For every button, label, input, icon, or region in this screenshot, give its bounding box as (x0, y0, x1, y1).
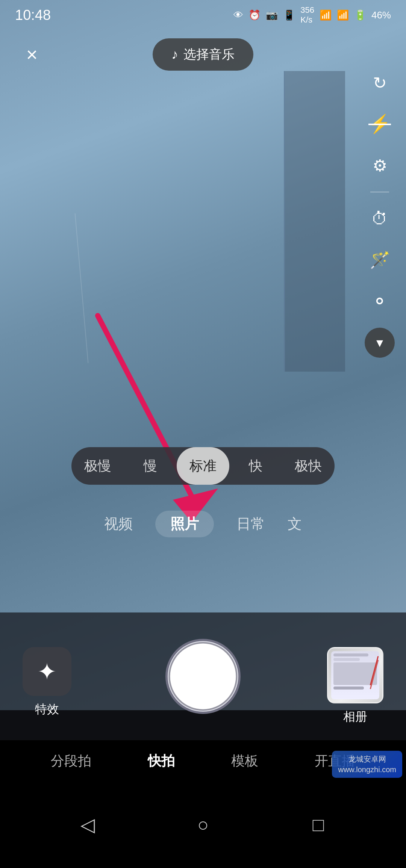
speed-item-normal[interactable]: 标准 (177, 447, 229, 485)
music-label: 选择音乐 (183, 46, 235, 63)
back-button[interactable]: ◁ (73, 810, 103, 840)
status-icons: 👁 ⏰ 📷 📱 356K/s 📶 📶 🔋 46% (233, 5, 391, 25)
wifi-icon: 📶 (320, 9, 332, 21)
recents-icon: □ (313, 814, 324, 836)
nav-item-quickshot[interactable]: 快拍 (140, 748, 182, 774)
mode-tabs: 视频 照片 日常 文 (104, 511, 302, 537)
album-button[interactable]: 相册 (327, 647, 383, 725)
camera-icon: 📷 (266, 9, 278, 21)
right-toolbar: ↻ ⚡ ⚙ ⏱ 🪄 ⚬ ▾ (365, 68, 395, 358)
system-nav: ◁ ○ □ (0, 782, 406, 868)
watermark: 龙城安卓网 www.longzhi.com (332, 751, 402, 778)
gear-icon: ⚙ (373, 156, 387, 175)
battery-icon: 🔋 (354, 9, 366, 21)
refresh-button[interactable]: ↻ (365, 68, 395, 98)
settings-button[interactable]: ⚙ (365, 150, 395, 180)
beauty-icon: ⚬ (371, 290, 388, 313)
speed-item-fast[interactable]: 快 (229, 447, 282, 485)
shutter-button[interactable] (165, 639, 241, 714)
speed-item-slow[interactable]: 慢 (124, 447, 177, 485)
mode-video[interactable]: 视频 (104, 511, 133, 537)
mode-daily[interactable]: 日常 (236, 511, 265, 537)
close-button[interactable]: × (19, 41, 45, 68)
effects-icon: ✦ (23, 647, 71, 696)
back-icon: ◁ (80, 814, 95, 836)
eye-icon: 👁 (233, 9, 243, 21)
signal-icon: 📶 (337, 9, 349, 21)
watermark-line2: www.longzhi.com (338, 764, 396, 775)
magic-button[interactable]: 🪄 (365, 245, 395, 275)
more-button[interactable]: ▾ (365, 328, 395, 358)
music-icon: ♪ (171, 47, 178, 62)
refresh-icon: ↻ (373, 73, 387, 92)
album-thumbnail (327, 647, 383, 703)
speed-selector: 极慢 慢 标准 快 极快 (71, 447, 335, 485)
chevron-down-icon: ▾ (376, 335, 383, 351)
timer-button[interactable]: ⏱ (365, 204, 395, 234)
home-icon: ○ (197, 814, 209, 836)
speed-item-very-fast[interactable]: 极快 (282, 447, 335, 485)
nav-item-template[interactable]: 模板 (224, 748, 266, 774)
mode-text[interactable]: 文 (288, 511, 302, 537)
speed-item-very-slow[interactable]: 极慢 (71, 447, 124, 485)
phone-icon: 📱 (283, 9, 295, 21)
camera-controls: ✦ 特效 相册 (0, 612, 406, 740)
toolbar-divider (370, 192, 389, 192)
music-select-button[interactable]: ♪ 选择音乐 (153, 38, 253, 71)
status-time: 10:48 (15, 7, 51, 23)
top-controls: × ♪ 选择音乐 (0, 30, 406, 79)
flash-off-icon: ⚡ (368, 113, 391, 135)
timer-icon: ⏱ (371, 209, 388, 228)
mode-photo[interactable]: 照片 (155, 511, 214, 537)
effects-button[interactable]: ✦ 特效 (23, 647, 71, 718)
speed-indicator: 356K/s (300, 5, 314, 25)
effects-label: 特效 (35, 701, 59, 718)
magic-wand-icon: 🪄 (370, 250, 390, 270)
watermark-line1: 龙城安卓网 (338, 754, 396, 764)
alarm-icon: ⏰ (248, 9, 261, 21)
status-bar: 10:48 👁 ⏰ 📷 📱 356K/s 📶 📶 🔋 46% (0, 0, 406, 30)
flash-button[interactable]: ⚡ (365, 109, 395, 139)
album-label: 相册 (343, 709, 367, 725)
beauty-button[interactable]: ⚬ (365, 286, 395, 316)
nav-item-segment[interactable]: 分段拍 (43, 748, 99, 774)
home-button[interactable]: ○ (188, 810, 218, 840)
recents-button[interactable]: □ (303, 810, 333, 840)
battery-level: 46% (371, 9, 391, 21)
camera-viewfinder (0, 0, 406, 710)
